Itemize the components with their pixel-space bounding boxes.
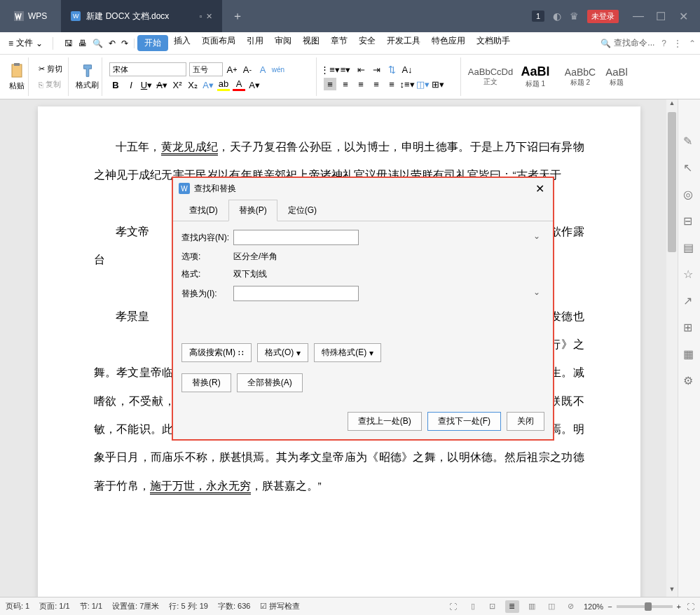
view-focus-icon[interactable]: ⛶ — [446, 600, 460, 613]
advanced-search-button[interactable]: 高级搜索(M)∷ — [181, 343, 252, 362]
collapse-ribbon-icon[interactable]: ⌃ — [689, 39, 696, 48]
font-name-select[interactable] — [109, 62, 186, 76]
share-icon[interactable]: ↗ — [683, 294, 696, 307]
help-icon[interactable]: ? — [661, 39, 666, 48]
shading-icon[interactable]: A▾ — [248, 78, 261, 91]
clear-format-icon[interactable]: A — [256, 63, 269, 76]
style-heading2[interactable]: AaBbC标题 2 — [558, 57, 603, 96]
tab-view[interactable]: 视图 — [297, 35, 325, 51]
page-icon[interactable]: ▤ — [683, 241, 696, 254]
tab-menu-icon[interactable]: ▫ — [199, 12, 202, 21]
view-web-icon[interactable]: ⊡ — [486, 600, 500, 613]
tab-goto[interactable]: 定位(G) — [277, 200, 327, 221]
star-icon[interactable]: ☆ — [683, 268, 696, 280]
undo-icon[interactable]: ↶ — [109, 39, 116, 48]
find-input[interactable] — [233, 230, 359, 245]
section-count[interactable]: 节: 1/1 — [80, 601, 102, 611]
para-shading-icon[interactable]: ◫▾ — [416, 78, 429, 90]
wps-home-tab[interactable]: WPS — [0, 0, 61, 32]
document-tab[interactable]: W 新建 DOCX 文档.docx ▫ ✕ — [61, 0, 222, 32]
view-outline-icon[interactable]: ▥ — [525, 600, 539, 613]
file-menu[interactable]: ≡ 文件 ⌄ — [4, 37, 47, 49]
grow-font-icon[interactable]: A+ — [226, 63, 238, 76]
italic-icon[interactable]: I — [125, 78, 137, 91]
grid-icon[interactable]: ⊞ — [683, 321, 696, 333]
zoom-out-icon[interactable]: − — [608, 602, 612, 611]
underline-icon[interactable]: U▾ — [140, 78, 153, 91]
add-tab-button[interactable]: ＋ — [222, 0, 253, 32]
line-spacing-icon[interactable]: ↕≡▾ — [401, 78, 413, 90]
minimize-button[interactable]: — — [627, 10, 650, 23]
style-title[interactable]: AaBl标题 — [603, 57, 631, 96]
command-search[interactable]: 🔍 查找命令... — [601, 37, 654, 49]
view-more-icon[interactable]: ⊘ — [564, 600, 578, 613]
shrink-font-icon[interactable]: A- — [241, 63, 254, 76]
tab-reference[interactable]: 引用 — [241, 35, 269, 51]
paste-button[interactable]: 粘贴 — [8, 62, 25, 91]
dialog-close-btn[interactable]: 关闭 — [507, 412, 544, 431]
line-col[interactable]: 行: 5 列: 19 — [169, 601, 208, 611]
tab-insert[interactable]: 插入 — [168, 35, 196, 51]
target-icon[interactable]: ◎ — [683, 188, 696, 200]
preview-icon[interactable]: 🔍 — [92, 39, 103, 48]
find-next-button[interactable]: 查找下一处(F) — [427, 412, 501, 431]
login-button[interactable]: 未登录 — [587, 10, 619, 23]
text-direction-icon[interactable]: ⇅ — [385, 63, 398, 76]
tab-special[interactable]: 特色应用 — [426, 35, 471, 51]
distribute-icon[interactable]: ≡ — [385, 78, 398, 90]
zoom-handle[interactable] — [645, 602, 652, 611]
strike-icon[interactable]: A▾ — [156, 78, 168, 91]
copy-button[interactable]: ⎘复制 — [36, 78, 64, 91]
highlight-icon[interactable]: ab — [217, 78, 230, 91]
more-icon[interactable]: ⋮ — [673, 39, 682, 48]
pencil-icon[interactable]: ✎ — [683, 134, 696, 147]
tab-chapter[interactable]: 章节 — [325, 35, 353, 51]
page-number[interactable]: 页码: 1 — [6, 601, 29, 611]
find-prev-button[interactable]: 查找上一处(B) — [348, 412, 422, 431]
maximize-button[interactable]: ☐ — [650, 10, 672, 23]
style-heading1[interactable]: AaBl标题 1 — [513, 57, 558, 96]
view-page-icon[interactable]: ≣ — [505, 600, 519, 613]
special-format-button[interactable]: 特殊格式(E)▾ — [314, 343, 381, 362]
word-count[interactable]: 字数: 636 — [218, 601, 250, 611]
fit-page-icon[interactable]: ⛶ — [687, 602, 694, 611]
scrollbar-thumb[interactable] — [668, 112, 676, 252]
bullets-icon[interactable]: ⋮≡▾ — [324, 63, 336, 76]
replace-all-button[interactable]: 全部替换(A) — [237, 373, 303, 392]
indent-icon[interactable]: ⇥ — [370, 63, 383, 76]
save-icon[interactable]: 🖫 — [64, 39, 73, 48]
close-window-button[interactable]: ✕ — [672, 10, 694, 23]
align-justify-icon[interactable]: ≡ — [370, 78, 383, 90]
zoom-level[interactable]: 120% — [584, 602, 603, 611]
font-effect-icon[interactable]: A▾ — [202, 78, 214, 91]
zoom-in-icon[interactable]: + — [677, 602, 681, 611]
tab-start[interactable]: 开始 — [137, 35, 168, 51]
dialog-titlebar[interactable]: W 查找和替换 ✕ — [173, 178, 553, 199]
cut-button[interactable]: ✂剪切 — [36, 62, 65, 76]
print-icon[interactable]: 🖶 — [78, 39, 87, 48]
phonetic-icon[interactable]: wén — [272, 63, 284, 76]
skin-icon[interactable]: ◐ — [553, 11, 561, 22]
tab-review[interactable]: 审阅 — [269, 35, 297, 51]
tab-dev[interactable]: 开发工具 — [381, 35, 426, 51]
superscript-icon[interactable]: X² — [171, 78, 184, 91]
redo-icon[interactable]: ↷ — [121, 39, 128, 48]
tab-find[interactable]: 查找(D) — [179, 200, 228, 221]
arrow-icon[interactable]: ↖ — [683, 161, 696, 174]
tab-helper[interactable]: 文档助手 — [471, 35, 516, 51]
image-icon[interactable]: ▦ — [683, 347, 696, 360]
font-color-icon[interactable]: A — [233, 78, 245, 91]
align-right-icon[interactable]: ≡ — [355, 78, 367, 90]
scroll-down-icon[interactable]: ▼ — [666, 586, 678, 597]
page-count[interactable]: 页面: 1/1 — [39, 601, 69, 611]
tab-close-icon[interactable]: ✕ — [206, 12, 212, 21]
zoom-slider[interactable] — [617, 605, 673, 608]
flow-icon[interactable]: ⊟ — [683, 214, 696, 227]
view-columns-icon[interactable]: ◫ — [544, 600, 558, 613]
dialog-close-button[interactable]: ✕ — [533, 182, 547, 195]
scroll-up-icon[interactable]: ▲ — [666, 99, 678, 111]
tab-replace[interactable]: 替换(P) — [228, 200, 277, 221]
outdent-icon[interactable]: ⇤ — [355, 63, 367, 76]
spell-check[interactable]: ☑ 拼写检查 — [260, 601, 300, 611]
sort-icon[interactable]: A↓ — [401, 63, 413, 76]
